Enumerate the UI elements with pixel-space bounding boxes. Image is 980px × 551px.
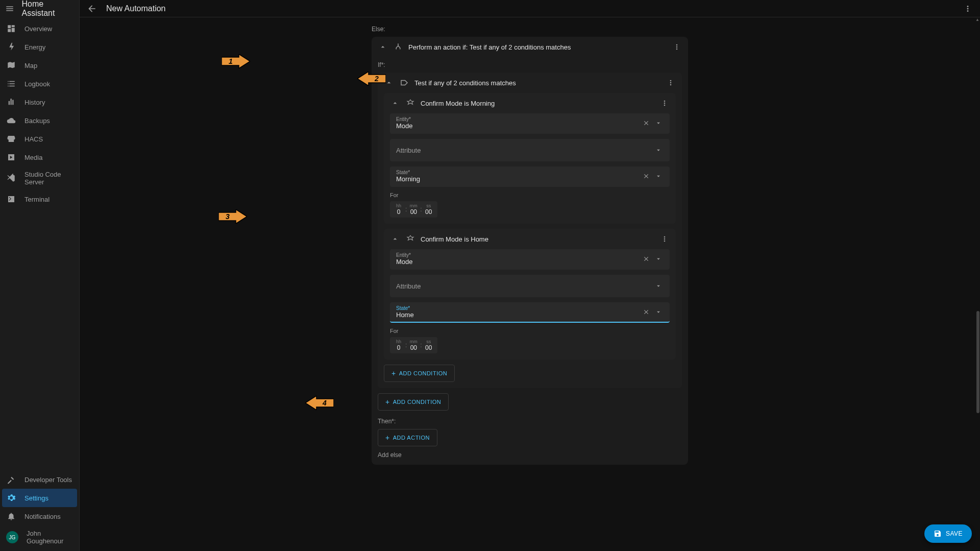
state-field[interactable]: State*	[390, 166, 670, 187]
cloud-icon	[6, 115, 16, 126]
sidebar-item-label: Logbook	[24, 80, 50, 88]
sidebar-item-hacs[interactable]: HACS	[2, 130, 77, 148]
sidebar-item-terminal[interactable]: Terminal	[2, 190, 77, 208]
condition-menu-button[interactable]	[659, 98, 670, 108]
action-card-header[interactable]: Perform an action if: Test if any of 2 c…	[372, 37, 688, 57]
attribute-field[interactable]	[390, 275, 670, 297]
scrollbar-thumb[interactable]	[976, 311, 979, 413]
save-button[interactable]: SAVE	[924, 524, 972, 543]
sidebar-item-notifications[interactable]: Notifications	[2, 507, 77, 525]
entity-input[interactable]	[396, 258, 641, 266]
clear-button[interactable]	[641, 307, 651, 317]
clear-button[interactable]	[641, 171, 651, 181]
clear-button[interactable]	[641, 254, 651, 264]
dots-vertical-icon	[963, 4, 972, 13]
attribute-input[interactable]	[396, 147, 653, 154]
dropdown-button[interactable]	[653, 307, 664, 317]
test-condition-menu[interactable]	[666, 78, 676, 88]
add-action-button[interactable]: + ADD ACTION	[378, 429, 437, 446]
clear-button[interactable]	[641, 118, 651, 128]
mm-input[interactable]	[409, 344, 418, 351]
condition-morning-header[interactable]: Confirm Mode is Morning	[384, 93, 676, 113]
sidebar-item-label: HACS	[24, 135, 43, 143]
hh-unit: hh	[396, 203, 401, 208]
mm-input[interactable]	[409, 208, 418, 215]
sidebar-item-label: Media	[24, 154, 42, 161]
sidebar-item-energy[interactable]: Energy	[2, 38, 77, 56]
scroll-up-icon: ▲	[975, 17, 980, 22]
ss-input[interactable]	[424, 208, 433, 215]
sidebar-item-history[interactable]: History	[2, 93, 77, 111]
sidebar-item-media[interactable]: Media	[2, 148, 77, 166]
test-condition-card: Test if any of 2 conditions matches	[378, 73, 682, 388]
save-label: SAVE	[946, 530, 963, 537]
for-duration: hh : mm : ss	[390, 337, 437, 353]
sidebar-item-map[interactable]: Map	[2, 56, 77, 75]
dashboard-icon	[6, 23, 16, 34]
state-field[interactable]: State*	[390, 302, 670, 323]
add-condition-outer-button[interactable]: + ADD CONDITION	[378, 393, 449, 411]
vscode-icon	[6, 173, 16, 183]
sidebar-item-studio-code[interactable]: Studio Code Server	[2, 166, 77, 190]
entity-field[interactable]: Entity*	[390, 113, 670, 134]
action-menu-button[interactable]	[672, 42, 682, 52]
sidebar-item-label: History	[24, 99, 45, 106]
entity-input[interactable]	[396, 122, 641, 130]
menu-toggle-button[interactable]	[4, 3, 16, 15]
dropdown-button[interactable]	[653, 171, 664, 181]
save-icon	[934, 530, 942, 538]
branch-icon	[393, 42, 403, 52]
mm-unit: mm	[410, 203, 418, 208]
attribute-input[interactable]	[396, 282, 653, 290]
dropdown-button[interactable]	[653, 118, 664, 128]
dropdown-button[interactable]	[653, 145, 664, 155]
test-condition-body: Confirm Mode is Morning Entit	[378, 93, 682, 388]
attribute-field[interactable]	[390, 139, 670, 161]
chevron-up-icon	[391, 235, 399, 243]
state-input[interactable]	[396, 175, 641, 183]
state-label: State*	[396, 305, 641, 311]
sidebar-item-backups[interactable]: Backups	[2, 111, 77, 130]
sidebar-item-settings[interactable]: Settings	[2, 489, 77, 507]
state-icon	[405, 234, 415, 244]
store-icon	[6, 134, 16, 144]
collapse-button[interactable]	[378, 42, 388, 52]
hh-input[interactable]	[394, 208, 403, 215]
hh-input[interactable]	[394, 344, 403, 351]
content-scroll[interactable]: Else: Perform an action if: Test if any …	[80, 17, 980, 551]
close-icon	[643, 308, 650, 316]
else-label: Else:	[372, 26, 688, 33]
scrollbar[interactable]: ▲	[976, 17, 980, 551]
collapse-button[interactable]	[390, 234, 400, 244]
sidebar-item-devtools[interactable]: Developer Tools	[2, 470, 77, 489]
state-input[interactable]	[396, 311, 641, 319]
sidebar-item-label: Terminal	[24, 196, 50, 203]
ss-input[interactable]	[424, 344, 433, 351]
test-condition-header[interactable]: Test if any of 2 conditions matches	[378, 73, 682, 93]
gear-icon	[6, 493, 16, 503]
condition-home: Confirm Mode is Home Entity*	[384, 229, 676, 360]
collapse-button[interactable]	[390, 98, 400, 108]
automation-editor: Else: Perform an action if: Test if any …	[372, 17, 688, 500]
collapse-button[interactable]	[384, 78, 394, 88]
page-title: New Automation	[106, 4, 953, 13]
dots-vertical-icon	[667, 79, 675, 87]
chart-icon	[6, 97, 16, 107]
condition-morning: Confirm Mode is Morning Entit	[384, 93, 676, 224]
condition-menu-button[interactable]	[659, 234, 670, 244]
dropdown-button[interactable]	[653, 281, 664, 291]
play-box-icon	[6, 152, 16, 162]
back-button[interactable]	[86, 3, 98, 15]
chevron-down-icon	[655, 147, 662, 154]
add-condition-inner-button[interactable]: + ADD CONDITION	[384, 365, 455, 382]
condition-home-header[interactable]: Confirm Mode is Home	[384, 229, 676, 249]
entity-field[interactable]: Entity*	[390, 249, 670, 270]
sidebar-item-logbook[interactable]: Logbook	[2, 75, 77, 93]
add-else-button[interactable]: Add else	[378, 451, 682, 459]
sidebar-item-overview[interactable]: Overview	[2, 19, 77, 38]
dropdown-button[interactable]	[653, 254, 664, 264]
dots-vertical-icon	[660, 235, 669, 243]
topbar-menu-button[interactable]	[962, 3, 974, 15]
sidebar-item-user[interactable]: JG John Goughenour	[2, 525, 77, 549]
close-icon	[643, 173, 650, 180]
